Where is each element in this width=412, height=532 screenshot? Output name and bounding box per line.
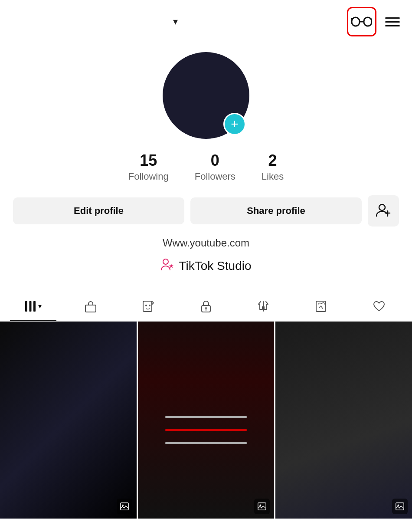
hamburger-line-2 <box>385 21 400 23</box>
following-count: 15 <box>140 152 157 169</box>
image-icon <box>395 502 405 511</box>
avatar-wrapper: + <box>163 52 249 139</box>
followers-label: Followers <box>195 171 235 182</box>
likes-label: Likes <box>262 171 284 182</box>
action-row: Edit profile Share profile <box>0 195 412 227</box>
svg-rect-12 <box>33 301 36 312</box>
svg-rect-10 <box>25 301 27 312</box>
profile-section: + 15 Following 0 Followers 2 Likes Edit … <box>0 43 412 292</box>
svg-rect-26 <box>396 503 404 510</box>
svg-rect-0 <box>352 17 360 26</box>
following-stat[interactable]: 15 Following <box>128 152 169 182</box>
video-image-icon-3 <box>392 499 408 514</box>
tab-repost[interactable] <box>235 292 292 321</box>
svg-rect-1 <box>364 17 372 26</box>
svg-point-16 <box>149 305 150 306</box>
posts-dropdown-chevron: ▾ <box>38 302 42 310</box>
tiktok-studio-row[interactable]: TikTok Studio <box>160 258 251 275</box>
video-thumb-1[interactable] <box>0 322 137 519</box>
studio-icon <box>160 258 174 275</box>
svg-point-5 <box>379 204 385 210</box>
tagged-icon <box>315 300 328 313</box>
svg-point-15 <box>145 305 147 306</box>
image-icon <box>257 502 267 511</box>
video-grid <box>0 322 412 519</box>
following-label: Following <box>128 171 169 182</box>
likes-stat[interactable]: 2 Likes <box>262 152 284 182</box>
svg-rect-13 <box>85 305 96 312</box>
svg-point-25 <box>260 505 262 506</box>
menu-button[interactable] <box>382 14 403 30</box>
tab-posts[interactable]: ▾ <box>4 292 62 320</box>
tab-shop[interactable] <box>62 292 120 321</box>
image-icon <box>120 502 129 511</box>
video-content-2 <box>138 322 275 519</box>
followers-count: 0 <box>211 152 219 169</box>
tabs-row: ▾ <box>0 292 412 322</box>
video-content-1 <box>0 322 137 519</box>
svg-point-23 <box>122 505 124 506</box>
edit-profile-button[interactable]: Edit profile <box>13 197 184 224</box>
shop-icon <box>84 300 97 313</box>
person-add-icon <box>376 203 391 219</box>
svg-line-3 <box>351 17 352 19</box>
svg-line-4 <box>372 17 372 19</box>
header: ▾ <box>0 0 412 43</box>
glasses-icon <box>351 15 372 29</box>
repost-icon <box>257 300 270 313</box>
bio-link[interactable]: Www.youtube.com <box>163 237 249 249</box>
heart-icon <box>373 300 386 313</box>
tab-heart[interactable] <box>350 292 408 321</box>
tab-sticker[interactable] <box>120 292 177 321</box>
posts-tab-dropdown[interactable]: ▾ <box>24 300 42 312</box>
sticker-icon <box>142 300 155 313</box>
followers-stat[interactable]: 0 Followers <box>195 152 235 182</box>
hamburger-line-1 <box>385 17 400 19</box>
stats-row: 15 Following 0 Followers 2 Likes <box>0 152 412 182</box>
likes-count: 2 <box>268 152 277 169</box>
lock-icon <box>199 300 213 313</box>
hamburger-line-3 <box>385 25 400 26</box>
svg-rect-11 <box>29 301 32 312</box>
svg-point-8 <box>163 259 168 264</box>
share-profile-button[interactable]: Share profile <box>190 197 362 224</box>
tab-tagged[interactable] <box>292 292 350 321</box>
studio-label: TikTok Studio <box>179 259 251 273</box>
video-content-3 <box>275 322 412 519</box>
add-friends-button[interactable] <box>368 195 399 227</box>
tab-locked[interactable] <box>177 292 235 321</box>
video-image-icon-1 <box>117 499 132 514</box>
add-photo-button[interactable]: + <box>223 113 246 135</box>
svg-rect-24 <box>258 503 266 510</box>
video-thumb-3[interactable] <box>275 322 412 519</box>
grid-icon <box>24 300 36 312</box>
glasses-button[interactable] <box>347 7 376 36</box>
account-switcher-chevron[interactable]: ▾ <box>173 16 178 27</box>
plus-icon: + <box>231 117 239 131</box>
svg-marker-9 <box>169 264 173 268</box>
svg-rect-22 <box>120 503 128 510</box>
video-thumb-2[interactable] <box>138 322 275 519</box>
video-image-icon-2 <box>254 499 270 514</box>
svg-rect-14 <box>143 301 152 312</box>
svg-point-27 <box>397 505 399 506</box>
